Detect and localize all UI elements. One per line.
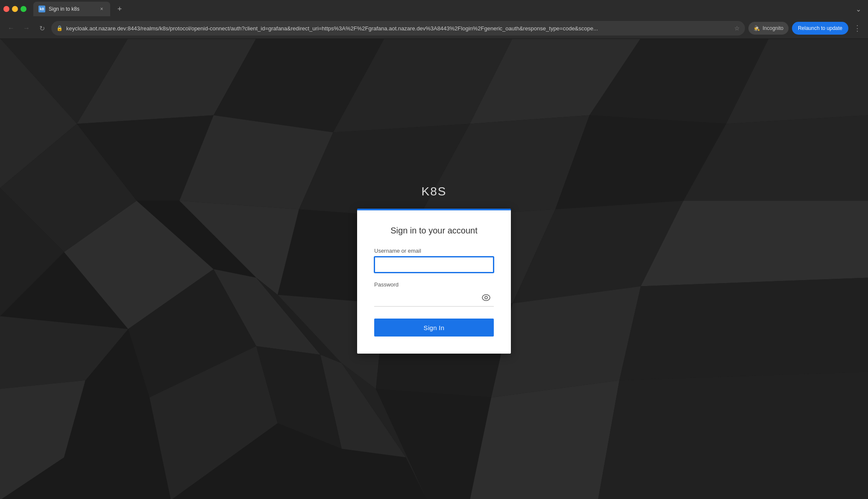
svg-marker-39 (470, 381, 619, 499)
incognito-button[interactable]: 🕵 Incognito (748, 22, 789, 35)
tab-bar: k8 Sign in to k8s × + ⌄ (0, 0, 868, 18)
reload-button[interactable]: ↻ (36, 22, 48, 34)
password-label: Password (374, 281, 494, 288)
maximize-button[interactable] (21, 6, 26, 12)
card-title: Sign in to your account (374, 226, 494, 236)
tab-close-button[interactable]: × (98, 6, 105, 12)
close-button[interactable] (3, 6, 9, 12)
window-controls (3, 6, 26, 12)
browser-chrome: k8 Sign in to k8s × + ⌄ ← → ↻ 🔒 keycloak… (0, 0, 868, 39)
incognito-icon: 🕵 (754, 25, 760, 31)
app-title: K8S (422, 185, 447, 198)
username-input[interactable] (374, 257, 494, 273)
username-label: Username or email (374, 248, 494, 254)
incognito-label: Incognito (762, 25, 783, 31)
password-group: Password (374, 281, 494, 307)
svg-point-42 (485, 296, 487, 299)
minimize-button[interactable] (12, 6, 18, 12)
bookmark-icon[interactable]: ☆ (734, 25, 740, 32)
sign-in-button[interactable]: Sign In (374, 319, 494, 337)
address-url: keycloak.aot.nazare.dev:8443/realms/k8s/… (66, 25, 731, 32)
lock-icon: 🔒 (56, 25, 63, 31)
svg-marker-31 (619, 278, 868, 381)
forward-button[interactable]: → (21, 22, 32, 34)
svg-point-41 (482, 295, 490, 301)
tab-favicon: k8 (38, 6, 45, 12)
address-input-wrapper[interactable]: 🔒 keycloak.aot.nazare.dev:8443/realms/k8… (51, 21, 745, 35)
svg-marker-40 (598, 372, 868, 499)
page-content: K8S Sign in to your account Username or … (0, 39, 868, 499)
new-tab-button[interactable]: + (114, 3, 126, 15)
tab-title: Sign in to k8s (49, 6, 95, 12)
login-card: Sign in to your account Username or emai… (357, 209, 511, 354)
back-button[interactable]: ← (5, 22, 17, 34)
password-input[interactable] (374, 290, 494, 307)
relaunch-label: Relaunch to update (798, 25, 842, 31)
password-wrapper (374, 290, 494, 307)
show-password-icon[interactable] (482, 294, 490, 303)
page-inner: K8S Sign in to your account Username or … (357, 185, 511, 354)
more-menu-button[interactable]: ⋮ (852, 22, 863, 35)
username-group: Username or email (374, 248, 494, 273)
address-bar: ← → ↻ 🔒 keycloak.aot.nazare.dev:8443/rea… (0, 18, 868, 38)
tab-end-button[interactable]: ⌄ (852, 3, 865, 15)
relaunch-button[interactable]: Relaunch to update (792, 22, 848, 35)
browser-tab[interactable]: k8 Sign in to k8s × (33, 2, 110, 16)
